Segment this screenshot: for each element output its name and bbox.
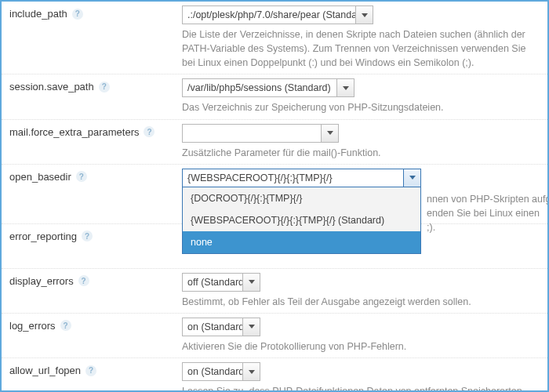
mail-force-extra-parameters-select[interactable] [182,124,339,143]
dropdown-option[interactable]: {DOCROOT}{/}{:}{TMP}{/} [183,187,420,209]
label-text: include_path [9,8,67,20]
help-icon[interactable]: ? [72,9,83,20]
label-include-path: include_path ? [9,5,182,20]
help-icon[interactable]: ? [99,82,110,93]
label-display-errors: display_errors ? [9,273,182,287]
chevron-down-icon[interactable] [403,169,420,187]
chevron-down-icon[interactable] [242,363,260,380]
display-errors-select[interactable]: off (Standard) [182,273,260,292]
label-open-basedir: open_basedir ? [9,169,182,183]
select-value: .:/opt/plesk/php/7.0/share/pear (Standar… [183,9,355,20]
chevron-down-icon[interactable] [336,79,354,96]
help-icon[interactable]: ? [76,171,87,182]
value-col: on (Standard) Aktivieren Sie die Protoko… [182,318,540,354]
label-text: error_reporting [9,230,77,242]
label-text: session.save_path [9,81,94,93]
label-session-save-path: session.save_path ? [9,78,182,93]
label-error-reporting: error_reporting ? [9,228,182,242]
desc-mail-force-extra-parameters: Zusätzliche Parameter für die mail()-Fun… [182,146,540,160]
chevron-down-icon[interactable] [321,125,338,142]
select-value: {WEBSPACEROOT}{/}{:}{TMP}{/} [183,172,403,183]
value-col: Zusätzliche Parameter für die mail()-Fun… [182,124,540,160]
value-col: off (Standard) Bestimmt, ob Fehler als T… [182,273,540,309]
select-value: /var/lib/php5/sessions (Standard) [183,82,336,93]
select-value: on (Standard) [183,366,242,377]
row-mail-force-extra-parameters: mail.force_extra_parameters ? Zusätzlich… [2,120,547,165]
label-text: allow_url_fopen [9,365,81,376]
select-value: on (Standard) [183,321,242,332]
desc-display-errors: Bestimmt, ob Fehler als Teil der Ausgabe… [182,295,540,309]
row-log-errors: log_errors ? on (Standard) Aktivieren Si… [2,314,547,358]
dropdown-option-selected[interactable]: none [183,231,420,253]
desc-frag: enden Sie bei Linux einen [427,208,540,219]
label-mail-force-extra-parameters: mail.force_extra_parameters ? [9,124,182,138]
select-value: off (Standard) [183,277,242,288]
label-text: open_basedir [9,171,71,183]
row-allow-url-fopen: allow_url_fopen ? on (Standard) Lassen S… [2,358,547,392]
value-col: .:/opt/plesk/php/7.0/share/pear (Standar… [182,5,540,70]
help-icon[interactable]: ? [78,275,89,286]
help-icon[interactable]: ? [144,126,155,137]
label-allow-url-fopen: allow_url_fopen ? [9,362,182,376]
row-session-save-path: session.save_path ? /var/lib/php5/sessio… [2,74,547,119]
label-text: display_errors [9,275,74,287]
row-include-path: include_path ? .:/opt/plesk/php/7.0/shar… [2,2,547,74]
chevron-down-icon[interactable] [242,318,260,336]
desc-include-path: Die Liste der Verzeichnisse, in denen Sk… [182,27,540,70]
desc-log-errors: Aktivieren Sie die Protokollierung von P… [182,339,540,354]
session-save-path-select[interactable]: /var/lib/php5/sessions (Standard) [182,78,354,97]
help-icon[interactable]: ? [85,365,96,376]
value-col: /var/lib/php5/sessions (Standard) Das Ve… [182,78,540,114]
chevron-down-icon[interactable] [242,274,260,291]
chevron-down-icon[interactable] [355,6,373,24]
desc-session-save-path: Das Verzeichnis zur Speicherung von PHP-… [182,100,540,114]
open-basedir-dropdown: {DOCROOT}{/}{:}{TMP}{/} {WEBSPACEROOT}{/… [182,187,421,254]
open-basedir-select[interactable]: {WEBSPACEROOT}{/}{:}{TMP}{/} [182,169,421,187]
row-display-errors: display_errors ? off (Standard) Bestimmt… [2,269,547,314]
allow-url-fopen-select[interactable]: on (Standard) [182,362,260,381]
include-path-select[interactable]: .:/opt/plesk/php/7.0/share/pear (Standar… [182,5,373,24]
label-text: log_errors [9,320,56,332]
dropdown-option[interactable]: {WEBSPACEROOT}{/}{:}{TMP}{/} (Standard) [183,209,420,231]
label-text: mail.force_extra_parameters [9,126,139,138]
row-open-basedir: open_basedir ? {WEBSPACEROOT}{/}{:}{TMP}… [2,165,547,224]
help-icon[interactable]: ? [60,320,71,331]
log-errors-select[interactable]: on (Standard) [182,318,260,336]
help-icon[interactable]: ? [82,230,93,241]
desc-allow-url-fopen: Lassen Sie zu, dass PHP-Dateifunktionen … [182,384,540,392]
desc-frag: nnen von PHP-Skripten aufge [427,194,549,205]
value-col: on (Standard) Lassen Sie zu, dass PHP-Da… [182,362,540,392]
value-col: {WEBSPACEROOT}{/}{:}{TMP}{/} nnen von PH… [182,169,540,187]
label-log-errors: log_errors ? [9,318,182,332]
